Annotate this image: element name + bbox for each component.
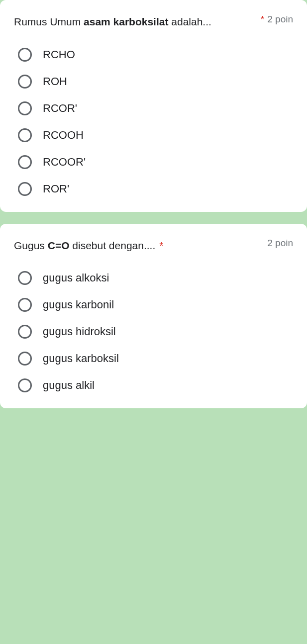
points-label: 2 poin xyxy=(267,238,293,249)
radio-option[interactable]: ROH xyxy=(18,75,293,89)
option-label: gugus karbonil xyxy=(43,298,114,311)
radio-icon xyxy=(18,325,32,339)
radio-icon xyxy=(18,48,32,62)
points-label: *2 poin xyxy=(261,14,293,25)
points-text: 2 poin xyxy=(267,238,293,248)
radio-icon xyxy=(18,352,32,366)
option-label: gugus alkoksi xyxy=(43,272,109,284)
question-header: Rumus Umum asam karboksilat adalah... *2… xyxy=(14,14,293,30)
question-header: Gugus C=O disebut dengan.... * 2 poin xyxy=(14,238,293,254)
radio-option[interactable]: ROR' xyxy=(18,182,293,196)
prompt-bold: asam karboksilat xyxy=(84,16,168,27)
radio-option[interactable]: gugus alkil xyxy=(18,378,293,392)
radio-icon xyxy=(18,155,32,169)
option-label: RCOOR' xyxy=(43,156,86,169)
radio-icon xyxy=(18,182,32,196)
radio-option[interactable]: gugus alkoksi xyxy=(18,271,293,285)
radio-option[interactable]: RCOOH xyxy=(18,128,293,142)
prompt-post: adalah... xyxy=(168,16,211,27)
option-label: gugus hidroksil xyxy=(43,325,116,338)
question-prompt: Gugus C=O disebut dengan.... * xyxy=(14,238,267,254)
radio-icon xyxy=(18,128,32,142)
radio-icon xyxy=(18,75,32,89)
question-card: Gugus C=O disebut dengan.... * 2 poin gu… xyxy=(0,224,307,409)
prompt-pre: Rumus Umum xyxy=(14,16,84,27)
radio-icon xyxy=(18,271,32,285)
option-list: gugus alkoksi gugus karbonil gugus hidro… xyxy=(14,271,293,392)
option-label: gugus karboksil xyxy=(43,352,119,365)
radio-option[interactable]: RCOR' xyxy=(18,101,293,115)
option-label: RCOOH xyxy=(43,129,84,142)
question-card: Rumus Umum asam karboksilat adalah... *2… xyxy=(0,0,307,212)
required-asterisk: * xyxy=(261,14,264,24)
radio-icon xyxy=(18,298,32,312)
radio-icon xyxy=(18,378,32,392)
option-label: RCHO xyxy=(43,48,75,61)
option-label: ROR' xyxy=(43,183,69,195)
radio-option[interactable]: RCOOR' xyxy=(18,155,293,169)
option-label: gugus alkil xyxy=(43,379,95,392)
radio-option[interactable]: gugus karbonil xyxy=(18,298,293,312)
option-list: RCHO ROH RCOR' RCOOH RCOOR' ROR' xyxy=(14,48,293,196)
radio-option[interactable]: gugus karboksil xyxy=(18,352,293,366)
option-label: RCOR' xyxy=(43,102,77,115)
prompt-bold: C=O xyxy=(48,240,70,251)
prompt-pre: Gugus xyxy=(14,240,48,251)
required-asterisk: * xyxy=(156,240,163,251)
radio-option[interactable]: RCHO xyxy=(18,48,293,62)
prompt-post: disebut dengan.... xyxy=(69,240,155,251)
option-label: ROH xyxy=(43,75,67,88)
radio-option[interactable]: gugus hidroksil xyxy=(18,325,293,339)
radio-icon xyxy=(18,101,32,115)
question-prompt: Rumus Umum asam karboksilat adalah... xyxy=(14,14,261,30)
points-text: 2 poin xyxy=(267,14,293,24)
